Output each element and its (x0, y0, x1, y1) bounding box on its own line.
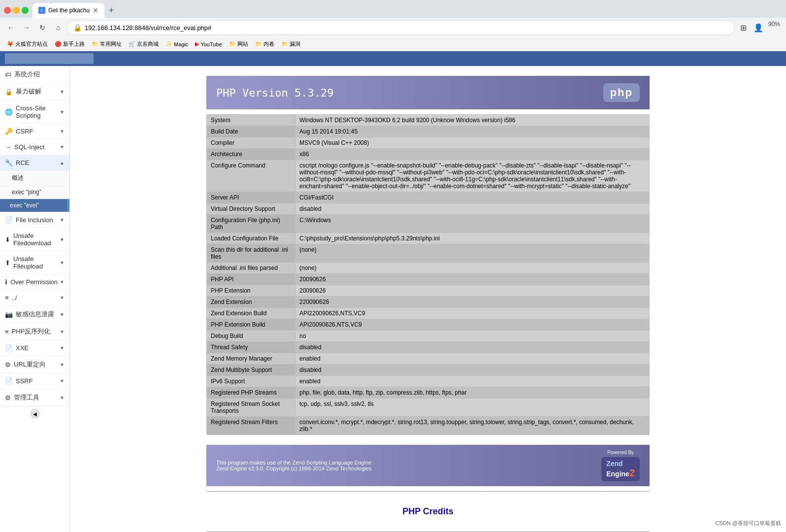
sidebar-label: Over Permission (10, 278, 58, 286)
php-info-table: System Windows NT DESKTOP-3943OKD 6.2 bu… (206, 114, 650, 435)
settings-icon: ⚙ (5, 394, 11, 401)
sidebar-item-admintool[interactable]: ⚙ 管理工具 ▼ (0, 389, 69, 406)
sidebar-label: 系统介绍 (14, 70, 40, 79)
account-icon[interactable]: 👤 (752, 21, 765, 34)
bookmark-label: 新手上路 (63, 40, 85, 48)
bookmark-label: 火狐官方站点 (15, 40, 48, 48)
bookmark-website[interactable]: 📁 网站 (226, 39, 251, 49)
php-credits-link[interactable]: PHP Credits (402, 506, 454, 516)
sidebar-item-unsafeupload[interactable]: ⬆ Unsafe Fileupload ▼ (0, 251, 69, 274)
window-controls (4, 7, 29, 14)
gear-icon: ⚙ (5, 361, 11, 368)
magic-icon: ✨ (165, 41, 172, 47)
php-footer: This program makes use of the Zend Scrip… (206, 445, 650, 486)
powered-by-text: Powered By (607, 450, 634, 455)
sidebar-subitem-exec-eval[interactable]: exec "evel" (0, 199, 69, 212)
chevron-icon: ▼ (60, 109, 65, 115)
active-indicator-bar (67, 199, 69, 212)
chevron-icon: ▼ (60, 395, 65, 400)
bookmark-magic[interactable]: ✨ Magic (163, 40, 191, 48)
window-minimize-button[interactable] (13, 7, 20, 14)
php-footer-text: This program makes use of the Zend Scrip… (216, 460, 373, 471)
table-row: Virtual Directory Support disabled (207, 203, 650, 215)
header-search[interactable] (5, 53, 94, 64)
bookmark-youtube[interactable]: ▶ YouTube (192, 40, 225, 48)
sidebar-item-urlredirect[interactable]: ⚙ URL重定向 ▼ (0, 356, 69, 373)
lock-icon2: 🔒 (5, 88, 13, 96)
sidebar-label: PHP反序列化 (12, 327, 51, 336)
forward-button[interactable]: → (20, 21, 33, 34)
new-tab-button[interactable]: + (104, 3, 118, 17)
sidebar-item-xss[interactable]: 🌐 Cross-Site Scripting ▼ (0, 100, 69, 124)
table-row: Server API CGI/FastCGI (207, 192, 650, 203)
scroll-left-button[interactable]: ◀ (30, 409, 40, 419)
table-row: Zend Extension 220090626 (207, 297, 650, 308)
bookmark-neijuan[interactable]: 📁 内卷 (252, 39, 277, 49)
bookmark-common[interactable]: 📁 常用网址 (89, 39, 125, 49)
sidebar-item-bruteforce[interactable]: 🔒 暴力破解 ▼ (0, 83, 69, 100)
table-value: tcp, udp, ssl, sslv3, sslv2, tls (295, 399, 650, 417)
table-key: Additional .ini files parsed (207, 263, 295, 274)
table-value: php, file, glob, data, http, ftp, zip, c… (295, 387, 650, 399)
table-key: PHP API (207, 274, 295, 285)
download-icon: ⬇ (5, 236, 10, 243)
sidebar-item-sensitive[interactable]: 📷 敏感信息泄露 ▼ (0, 306, 69, 323)
bookmark-label: 京东商城 (137, 40, 159, 48)
sidebar-subitem-exec-ping[interactable]: exec "ping" (0, 186, 69, 199)
sidebar-item-sysinfo[interactable]: 🏷 系统介绍 (0, 66, 69, 83)
sidebar-item-ssrf[interactable]: 📄 SSRF ▼ (0, 373, 69, 389)
bookmark-newbie[interactable]: 🔴 新手上路 (52, 39, 88, 49)
table-key: PHP Extension Build (207, 319, 295, 331)
bookmark-loudong[interactable]: 📁 漏洞 (278, 39, 303, 49)
footer-line2: Zend Engine v2.3.0, Copyright (c) 1998-2… (216, 466, 373, 471)
table-row: Additional .ini files parsed (none) (207, 263, 650, 274)
sidebar-item-sqlinject[interactable]: → SQL-Inject ▼ (0, 139, 69, 155)
upload-icon: ⬆ (5, 259, 10, 266)
doc-icon: 📄 (5, 344, 13, 352)
footer-line1: This program makes use of the Zend Scrip… (216, 460, 373, 466)
bookmark-jd[interactable]: 🛒 京东商城 (126, 39, 162, 49)
sidebar-item-dotdot[interactable]: ≡ ../ ▼ (0, 290, 69, 306)
table-value: Windows NT DESKTOP-3943OKD 6.2 build 920… (295, 115, 650, 126)
chevron-icon: ▼ (60, 329, 65, 334)
table-key: Loaded Configuration File (207, 233, 295, 244)
globe-icon: 🌐 (5, 108, 13, 116)
folder-icon4: 📁 (281, 41, 288, 47)
extensions-icon[interactable]: ⊞ (737, 21, 751, 34)
sidebar-item-rce[interactable]: 🔧 RCE ▲ (0, 155, 69, 171)
address-bar[interactable] (85, 24, 728, 32)
address-bar-container: 🔒 (67, 20, 735, 35)
sidebar-item-phpdeserialize[interactable]: ≡ PHP反序列化 ▼ (0, 323, 69, 340)
tab-close-button[interactable]: ✕ (93, 6, 98, 14)
home-button[interactable]: ⌂ (51, 21, 65, 34)
chevron-icon: ▼ (60, 295, 65, 300)
table-value: disabled (295, 342, 650, 353)
bookmark-foxofficial[interactable]: 🦊 火狐官方站点 (4, 39, 51, 49)
window-close-button[interactable] (4, 7, 11, 14)
sidebar-subitem-overview[interactable]: 概述 (0, 171, 69, 186)
toolbar-icons: ⊞ 👤 90% (737, 21, 782, 34)
sidebar-scroll-indicator: ◀ (0, 406, 69, 421)
back-button[interactable]: ← (4, 21, 18, 34)
sidebar-item-fileinclusion[interactable]: 📄 File Inclusion ▼ (0, 212, 69, 228)
table-key: Build Date (207, 126, 295, 137)
sidebar-item-unsafedownload[interactable]: ⬇ Unsafe Filedownload ▼ (0, 228, 69, 251)
chevron-icon: ▲ (60, 160, 65, 166)
sidebar-label: Unsafe Fileupload (13, 255, 60, 270)
refresh-button[interactable]: ↻ (35, 21, 49, 34)
sidebar-label: 管理工具 (14, 393, 39, 402)
window-maximize-button[interactable] (22, 7, 29, 14)
php-header: PHP Version 5.3.29 php (206, 76, 650, 109)
table-key: System (207, 115, 295, 126)
php-version: PHP Version 5.3.29 (216, 87, 333, 99)
sidebar-label: 暴力破解 (16, 87, 41, 96)
table-key: Configure Command (207, 160, 295, 192)
sidebar-item-overpermission[interactable]: ℹ Over Permission ▼ (0, 274, 69, 290)
doc-icon2: 📄 (5, 377, 13, 385)
sidebar-item-csrf[interactable]: 🔑 CSRF ▼ (0, 124, 69, 139)
sidebar-item-xxe[interactable]: 📄 XXE ▼ (0, 340, 69, 356)
table-row: Registered Stream Filters convert.iconv.… (207, 417, 650, 435)
table-value: 20090626 (295, 285, 650, 297)
browser-tab[interactable]: P Get the pikachu ✕ (33, 3, 104, 18)
chevron-icon: ▼ (60, 89, 65, 95)
